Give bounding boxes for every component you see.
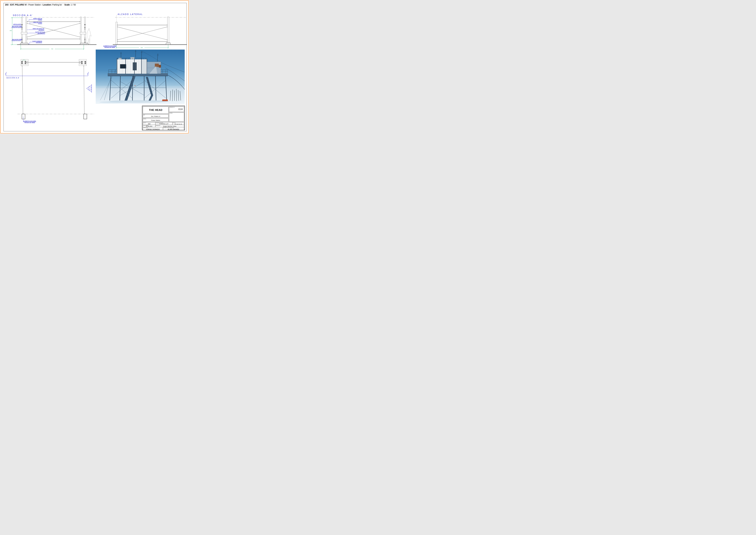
dim-5680: 5680 <box>139 47 144 48</box>
stage-location-cell: STAGE/LOCATION PARKING LOT <box>155 122 173 125</box>
director-value: JORGE DORADO <box>143 128 163 130</box>
plan-linework <box>5 59 94 122</box>
set-box: SET Ext. Polaris VI <box>143 114 169 118</box>
notes-box: NOTES <box>169 112 184 122</box>
date-value: 03.05.2019 <box>143 126 155 127</box>
set-number-cell: SET Nº 203 <box>143 122 155 125</box>
al-view-marker <box>87 84 92 93</box>
label-barra-tubular-size: D:40mm <box>29 20 42 21</box>
label-articulacion: ARTICULACIÓN <box>13 24 21 25</box>
label-pletina: PLETINA METÁLICA <box>29 32 45 33</box>
label-cable-acero: CABLE DE ACERO <box>29 22 42 23</box>
alzado-aux-label-1: ELEMENTOS AUXILIARES <box>103 45 116 47</box>
drawing-number-box: DRAWING Nº 018 <box>169 106 184 112</box>
date-cell: DATE DRAW 03.05.2019 <box>143 125 155 127</box>
project-title: THE HEAD <box>149 109 162 111</box>
label-anclaje-der: ANCLAJE DE CABLE <box>12 39 22 40</box>
label-perfil-size: 100x200mm <box>29 30 44 31</box>
site-photo <box>96 49 185 104</box>
drawing-number-label: DRAWING Nº <box>170 107 175 108</box>
section-title: SECCIÓN A-A’ <box>13 14 33 16</box>
detail-box: DETAIL Power Station <box>143 118 169 122</box>
title-block: THE HEAD SET Ext. Polaris VI DETAIL Powe… <box>142 106 185 130</box>
alzado-aux-label-2: PINTADOS DE VERDE <box>103 47 116 48</box>
section-linework <box>11 17 96 49</box>
plan-section-label: SECCIÓN A-A’ <box>6 77 20 79</box>
scale-person-figure <box>86 28 92 44</box>
dim-360: 360 <box>23 60 25 61</box>
drawing-number: 018 <box>178 108 183 110</box>
project-title-box: THE HEAD <box>143 106 169 114</box>
section-cut-line <box>5 72 89 76</box>
label-anclaje-izq: ANCLAJE DE CABLE <box>12 26 22 27</box>
label-plinto-size: 1040x540mm <box>30 42 42 43</box>
alzado-title: ALZADO LATERAL <box>118 13 143 15</box>
drawn-by-value: Sergio Sánchez Selva <box>155 126 184 127</box>
drawing-sheet: 203-EXT. POLARIS VI-Power Station-Locati… <box>0 0 189 134</box>
set-number-value: 203 <box>143 123 155 125</box>
scale-cell: SCALE 1/50 @ Din A3 <box>173 122 184 125</box>
detail-value: Power Station <box>143 119 168 121</box>
label-perfil: PERFIL RECTANGULAR <box>29 28 44 30</box>
label-pletina-size: 660x220x20mm <box>29 33 45 35</box>
designer-value: ALAIN BAINÉE <box>163 128 184 130</box>
dim-3000: 3000 <box>8 30 12 31</box>
label-anclaje-der-note: Desplazado 5mm derecha <box>12 41 22 41</box>
stage-location-value: PARKING LOT <box>155 123 172 125</box>
photo-red-sled <box>162 99 168 101</box>
drawn-by-cell: DRAWN BY Sergio Sánchez Selva <box>155 125 184 127</box>
plan-aux-label-2: PINTADOS DE VERDE <box>23 122 36 124</box>
label-cable-acero-size: D:10mm <box>29 23 42 24</box>
scale-value-cell: 1/50 @ Din A3 <box>173 124 184 125</box>
label-plinto: PLINTO HORMIGÓN <box>30 41 42 42</box>
alzado-linework <box>113 14 187 48</box>
director-cell: DIRECTOR JORGE DORADO <box>143 127 163 130</box>
al-marker-text: A.L. <box>90 87 91 90</box>
label-anclaje-izq-note: Desplazado 5mm izquierda <box>12 27 22 28</box>
dim-7000: 7000 <box>50 48 55 49</box>
title-block-rows: SET Nº 203 STAGE/LOCATION PARKING LOT SC… <box>143 122 184 130</box>
plan-aux-label-1: ELEMENTOS AUXILIARES <box>23 121 36 122</box>
notes-label: NOTES <box>170 113 173 114</box>
label-barra-tubular: BARRA TUBULAR <box>29 18 42 19</box>
set-value: Ext. Polaris VI <box>143 115 168 117</box>
designer-cell: PRODUCTION DESIGNER ALAIN BAINÉE <box>163 127 184 130</box>
